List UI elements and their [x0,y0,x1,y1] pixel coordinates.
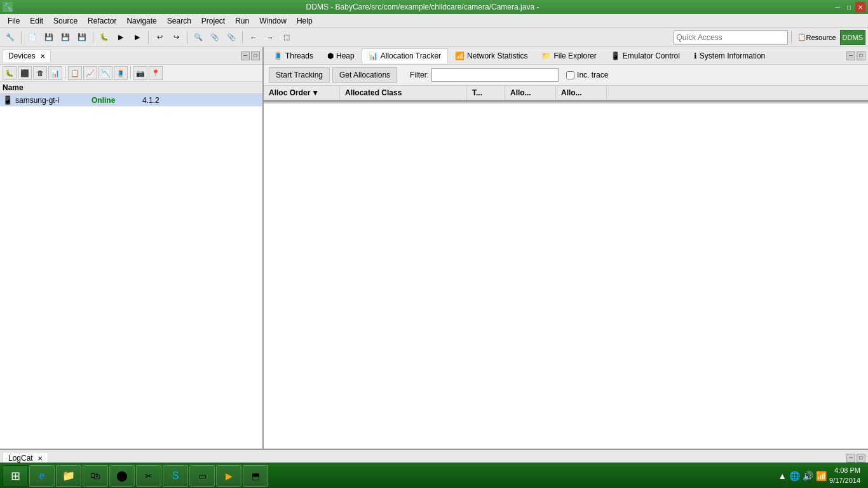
col-allo1[interactable]: Allo... [505,86,556,100]
devices-tab-label: Devices [8,51,36,60]
debug-btn[interactable]: 🐛 [3,66,17,80]
date: 9/17/2014 [829,476,860,485]
tab-heap[interactable]: ⬢ Heap [320,48,362,64]
col-allo2[interactable]: Allo... [556,86,607,100]
tab-network[interactable]: 📶 Network Statistics [448,48,534,64]
col-t[interactable]: T... [467,86,505,100]
taskbar-ie[interactable]: e [29,465,55,487]
menu-refactor[interactable]: Refactor [83,15,121,27]
logcat-tab-close[interactable]: ✕ [37,455,43,462]
sort-icon: ▼ [311,88,319,97]
maximize-button[interactable]: □ [844,2,854,12]
inc-trace-checkbox[interactable] [566,71,574,79]
taskbar-media[interactable]: ▭ [189,465,215,487]
toolbar-ref[interactable]: 📎 [207,30,222,45]
method-btn2[interactable]: 📉 [98,66,112,80]
sep1 [21,31,22,44]
toolbar-nav1[interactable]: ← [246,30,261,45]
app5-icon: ✂ [145,471,153,481]
taskbar-app5[interactable]: ✂ [136,465,161,487]
taskbar-player[interactable]: ▶ [216,465,241,487]
perspective-resource[interactable]: 📋 Resource [795,30,839,45]
right-maximize[interactable]: □ [857,51,865,60]
minimize-button[interactable]: ─ [832,2,843,12]
col-alloc-order[interactable]: Alloc Order ▼ [264,86,340,100]
toolbar-run2[interactable]: ▶ [130,30,145,45]
screenshot-btn[interactable]: 📷 [133,66,147,80]
menu-source[interactable]: Source [48,15,83,27]
method-btn[interactable]: 📈 [83,66,97,80]
alloc-btn[interactable]: 📋 [68,66,82,80]
taskbar-chrome[interactable]: ⬤ [109,465,135,487]
devices-tab-close[interactable]: ✕ [40,53,45,60]
toolbar-run[interactable]: ▶ [113,30,128,45]
tab-allocation[interactable]: 📊 Allocation Tracker [362,48,448,64]
logcat-maximize[interactable]: □ [857,454,865,463]
gc-btn[interactable]: 🗑 [33,66,47,80]
hprof-btn[interactable]: 📊 [48,66,62,80]
toolbar-save2[interactable]: 💾 [58,30,73,45]
signal-icon[interactable]: 📶 [816,471,827,481]
menu-project[interactable]: Project [196,15,230,27]
toolbar-nav3[interactable]: ⬚ [279,30,294,45]
col-allocated-class[interactable]: Allocated Class [340,86,467,100]
taskbar-skype[interactable]: S [163,465,188,487]
toolbar-search[interactable]: 🔍 [191,30,206,45]
menu-run[interactable]: Run [230,15,254,27]
main-tabs-bar: 🧵 Threads ⬢ Heap 📊 Allocation Tracker 📶 … [264,47,868,65]
panel-maximize[interactable]: □ [251,51,260,60]
tab-fileexplorer[interactable]: 📁 File Explorer [534,48,603,64]
taskbar-store[interactable]: 🛍 [83,465,108,487]
start-tracking-button[interactable]: Start Tracking [269,67,330,83]
tab-threads[interactable]: 🧵 Threads [266,48,320,64]
toolbar-save3[interactable]: 💾 [74,30,90,45]
heap-icon: ⬢ [327,51,334,60]
thread-btn[interactable]: 🧵 [114,66,128,80]
ctrl-sep2 [130,66,131,79]
toolbar-nav2[interactable]: → [262,30,278,45]
clock[interactable]: 4:08 PM 9/17/2014 [829,466,860,485]
devices-tab[interactable]: Devices ✕ [3,50,51,62]
allocation-tracker-content: Start Tracking Get Allocations Filter: I… [264,65,868,449]
main-toolbar: 🔧 📄 💾 💾 💾 🐛 ▶ ▶ ↩ ↪ 🔍 📎 📎 ← → ⬚ 📋 Resour… [0,28,868,47]
network-tray-icon[interactable]: 🌐 [789,471,800,481]
menu-window[interactable]: Window [254,15,292,27]
arrow-icon[interactable]: ▲ [778,471,787,481]
toolbar-new[interactable]: 📄 [25,30,40,45]
close-button[interactable]: ✕ [855,2,865,12]
device-row[interactable]: 📱 samsung-gt-i Online 4.1.2 [0,94,262,107]
inc-trace-label: Inc. trace [577,71,608,79]
quick-access-input[interactable] [674,30,788,44]
toolbar-redo[interactable]: ↪ [168,30,184,45]
stop-btn[interactable]: ⬛ [18,66,32,80]
app-icon: 🔧 [3,2,13,12]
skype-icon: S [172,470,179,482]
menu-search[interactable]: Search [162,15,196,27]
tab-sysinfo[interactable]: ℹ System Information [687,48,772,64]
file-icon: 📁 [541,51,551,60]
toolbar-undo[interactable]: ↩ [152,30,167,45]
toolbar-ref2[interactable]: 📎 [224,30,239,45]
menu-navigate[interactable]: Navigate [121,15,161,27]
menu-edit[interactable]: Edit [25,15,48,27]
tab-emulator[interactable]: 📱 Emulator Control [604,48,687,64]
volume-icon[interactable]: 🔊 [803,471,813,481]
get-allocations-button[interactable]: Get Allocations [332,67,397,83]
threads-icon: 🧵 [273,51,283,60]
menu-help[interactable]: Help [292,15,318,27]
taskbar-app9[interactable]: ⬒ [243,465,268,487]
logcat-minimize[interactable]: ─ [846,454,855,463]
systray: ▲ 🌐 🔊 📶 4:08 PM 9/17/2014 [773,466,865,485]
menu-file[interactable]: File [3,15,25,27]
perspective-ddms[interactable]: DDMS [840,30,865,45]
right-minimize[interactable]: ─ [846,51,855,60]
taskbar-explorer[interactable]: 📁 [56,465,81,487]
toolbar-btn-1[interactable]: 🔧 [3,30,18,45]
panel-window-controls: ─ □ [241,51,260,60]
toolbar-debug[interactable]: 🐛 [97,30,112,45]
start-button[interactable]: ⊞ [3,465,28,487]
panel-minimize[interactable]: ─ [241,51,250,60]
toolbar-save[interactable]: 💾 [41,30,57,45]
filter-input[interactable] [431,68,559,82]
location-btn[interactable]: 📍 [149,66,163,80]
